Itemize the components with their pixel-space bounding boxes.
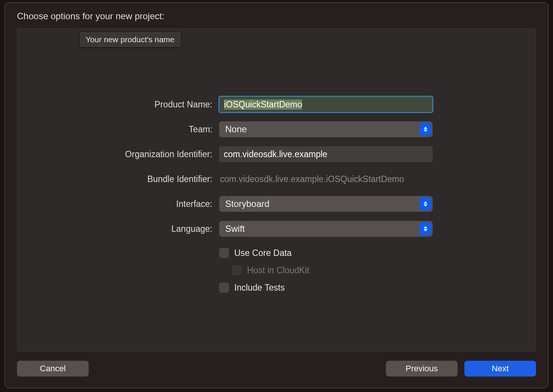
label-team: Team: <box>17 124 219 135</box>
sheet-footer: Cancel Previous Next <box>5 352 548 388</box>
label-org-id: Organization Identifier: <box>17 149 219 159</box>
row-product-name: Product Name: <box>17 96 536 112</box>
row-team: Team: None <box>17 121 536 137</box>
row-checkboxes: Use Core Data Host in CloudKit Include T… <box>17 246 536 293</box>
row-interface: Interface: Storyboard <box>17 196 536 212</box>
cancel-button[interactable]: Cancel <box>17 361 89 377</box>
updown-caret-icon <box>420 222 431 235</box>
updown-caret-icon <box>420 123 431 136</box>
interface-select: Storyboard <box>219 196 433 212</box>
updown-caret-icon <box>420 198 431 210</box>
row-language: Language: Swift <box>17 221 536 237</box>
checkbox-row-include-tests: Include Tests <box>219 282 433 293</box>
bundle-id-value: com.videosdk.live.example.iOSQuickStartD… <box>219 174 433 184</box>
language-select[interactable]: Swift <box>219 221 433 237</box>
language-select-value: Swift <box>219 224 245 234</box>
previous-button[interactable]: Previous <box>386 361 458 377</box>
label-interface: Interface: <box>17 199 219 209</box>
core-data-checkbox[interactable] <box>219 248 229 258</box>
sheet-title: Choose options for your new project: <box>5 3 548 21</box>
core-data-label: Use Core Data <box>234 248 292 258</box>
row-org-id: Organization Identifier: <box>17 146 536 162</box>
new-project-options-sheet: Choose options for your new project: You… <box>5 2 548 388</box>
options-form: Product Name: Team: None <box>17 96 536 293</box>
checkbox-row-core-data: Use Core Data <box>219 247 433 259</box>
cloudkit-label: Host in CloudKit <box>247 265 309 276</box>
label-bundle-id: Bundle Identifier: <box>17 174 219 184</box>
interface-select-value: Storyboard <box>219 199 269 209</box>
cloudkit-checkbox <box>232 265 242 275</box>
label-product-name: Product Name: <box>17 100 219 110</box>
options-panel: Your new product's name Product Name: Te… <box>17 28 536 352</box>
next-button[interactable]: Next <box>464 361 536 377</box>
product-name-input[interactable] <box>220 97 432 112</box>
product-name-tooltip: Your new product's name <box>80 32 180 47</box>
org-id-input[interactable] <box>219 146 433 162</box>
team-select[interactable]: None <box>219 121 433 137</box>
label-language: Language: <box>17 224 219 234</box>
row-bundle-id: Bundle Identifier: com.videosdk.live.exa… <box>17 171 536 187</box>
checkbox-row-cloudkit: Host in CloudKit <box>219 265 433 276</box>
include-tests-label: Include Tests <box>234 283 285 293</box>
include-tests-checkbox[interactable] <box>219 283 229 292</box>
product-name-focus-ring <box>218 96 433 113</box>
team-select-value: None <box>219 124 247 135</box>
